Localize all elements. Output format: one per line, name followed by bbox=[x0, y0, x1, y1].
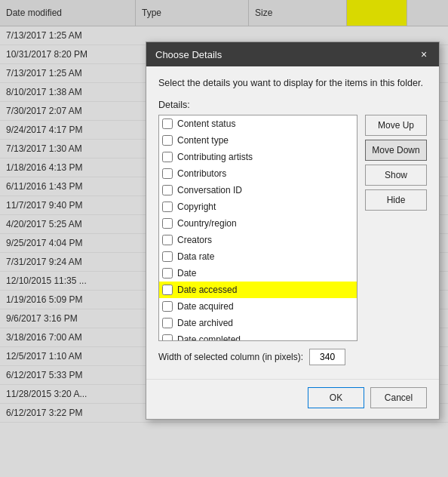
list-item[interactable]: Data rate bbox=[159, 248, 357, 265]
list-item-label: Conversation ID bbox=[177, 185, 242, 195]
list-item-label: Copyright bbox=[177, 202, 216, 212]
dialog-title: Choose Details bbox=[155, 49, 222, 60]
list-item-checkbox[interactable] bbox=[162, 235, 173, 245]
list-item[interactable]: Date accessed bbox=[159, 282, 357, 298]
list-item[interactable]: Country/region bbox=[159, 215, 357, 232]
list-item-label: Date acquired bbox=[177, 301, 234, 312]
hide-button[interactable]: Hide bbox=[365, 189, 427, 211]
list-item-checkbox[interactable] bbox=[162, 318, 173, 328]
list-item-checkbox[interactable] bbox=[162, 135, 173, 146]
list-item-label: Contributors bbox=[177, 168, 226, 179]
list-item[interactable]: Date bbox=[159, 265, 357, 282]
details-listbox[interactable]: Content statusContent typeContributing a… bbox=[158, 115, 357, 341]
list-item-label: Content type bbox=[177, 135, 229, 146]
width-label: Width of selected column (in pixels): bbox=[158, 352, 303, 362]
list-item-checkbox[interactable] bbox=[162, 218, 173, 229]
list-item-label: Data rate bbox=[177, 251, 214, 262]
list-item-checkbox[interactable] bbox=[162, 202, 173, 212]
list-item-label: Date completed bbox=[177, 334, 241, 341]
dialog-body: Select the details you want to display f… bbox=[146, 66, 439, 376]
list-item-checkbox[interactable] bbox=[162, 185, 173, 195]
list-item-checkbox[interactable] bbox=[162, 268, 173, 279]
list-item[interactable]: Content type bbox=[159, 132, 357, 149]
list-item-checkbox[interactable] bbox=[162, 285, 173, 295]
list-item[interactable]: Date completed bbox=[159, 331, 357, 341]
list-item-checkbox[interactable] bbox=[162, 168, 173, 179]
list-item-label: Content status bbox=[177, 118, 235, 129]
list-item[interactable]: Date archived bbox=[159, 315, 357, 331]
dialog-titlebar: Choose Details × bbox=[146, 42, 439, 66]
list-item-checkbox[interactable] bbox=[162, 301, 173, 312]
list-item[interactable]: Contributing artists bbox=[159, 149, 357, 165]
list-item-checkbox[interactable] bbox=[162, 118, 173, 129]
list-item-checkbox[interactable] bbox=[162, 251, 173, 262]
cancel-button[interactable]: Cancel bbox=[370, 387, 427, 408]
choose-details-dialog: Choose Details × Select the details you … bbox=[146, 42, 440, 420]
details-label: Details: bbox=[158, 100, 427, 110]
list-item-label: Country/region bbox=[177, 218, 237, 229]
list-item[interactable]: Date acquired bbox=[159, 298, 357, 315]
list-item-label: Date accessed bbox=[177, 285, 237, 295]
move-down-button[interactable]: Move Down bbox=[365, 140, 427, 161]
list-item-checkbox[interactable] bbox=[162, 334, 173, 341]
move-up-button[interactable]: Move Up bbox=[365, 115, 427, 136]
dialog-footer: OK Cancel bbox=[146, 379, 439, 419]
list-item[interactable]: Conversation ID bbox=[159, 182, 357, 198]
width-input[interactable] bbox=[309, 349, 345, 365]
list-item-label: Date archived bbox=[177, 318, 233, 328]
dialog-content: Content statusContent typeContributing a… bbox=[158, 115, 427, 341]
dialog-bottom: Width of selected column (in pixels): bbox=[158, 349, 427, 365]
dialog-close-button[interactable]: × bbox=[415, 45, 433, 63]
list-item-label: Creators bbox=[177, 235, 212, 245]
list-item[interactable]: Copyright bbox=[159, 198, 357, 215]
dialog-description: Select the details you want to display f… bbox=[158, 77, 427, 91]
list-item-label: Contributing artists bbox=[177, 152, 253, 162]
ok-button[interactable]: OK bbox=[308, 387, 364, 408]
list-item[interactable]: Contributors bbox=[159, 165, 357, 182]
list-item-checkbox[interactable] bbox=[162, 152, 173, 162]
list-item[interactable]: Content status bbox=[159, 115, 357, 132]
dialog-right-buttons: Move Up Move Down Show Hide bbox=[365, 115, 427, 341]
list-item[interactable]: Creators bbox=[159, 232, 357, 248]
list-item-label: Date bbox=[177, 268, 196, 279]
show-button[interactable]: Show bbox=[365, 165, 427, 186]
